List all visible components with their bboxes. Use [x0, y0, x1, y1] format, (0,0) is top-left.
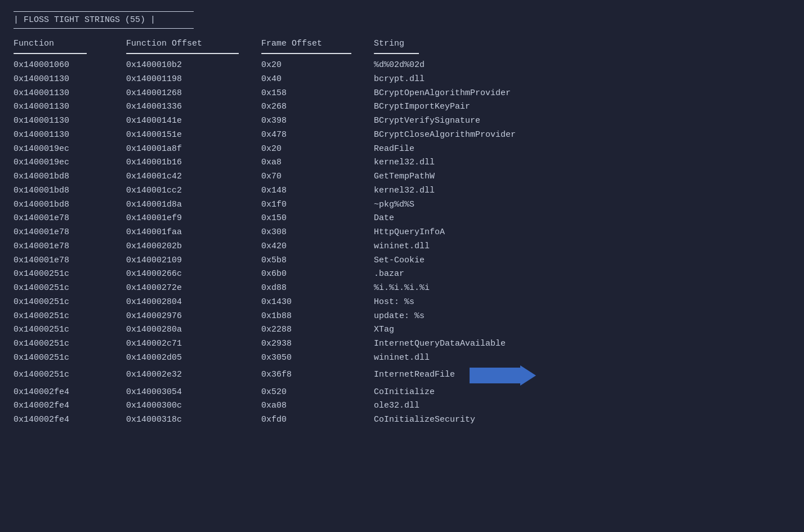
string-value: %i.%i.%i.%i	[374, 281, 430, 296]
cell-function-offset: 0x140001336	[126, 100, 261, 114]
table-row: 0x140001bd80x140001c420x70GetTempPathW	[14, 170, 790, 184]
cell-function: 0x14000251c	[14, 368, 126, 382]
title-divider-bottom	[14, 28, 194, 29]
col-header-string: String	[374, 39, 790, 51]
cell-frame-offset: 0x398	[261, 114, 374, 128]
cell-string: Date	[374, 212, 790, 226]
string-value: ReadFile	[374, 142, 414, 157]
table-row: 0x140002fe40x1400030540x520CoInitialize	[14, 386, 790, 400]
cell-string: GetTempPathW	[374, 170, 790, 184]
cell-frame-offset: 0xfd0	[261, 413, 374, 427]
cell-string: Set-Cookie	[374, 254, 790, 268]
cell-function: 0x14000251c	[14, 323, 126, 337]
table-row: 0x14000251c0x140002e320x36f8InternetRead…	[14, 365, 790, 386]
cell-function: 0x140001e78	[14, 254, 126, 268]
string-value: Set-Cookie	[374, 254, 425, 268]
cell-function-offset: 0x140002109	[126, 254, 261, 268]
cell-function: 0x140001e78	[14, 226, 126, 240]
table-row: 0x140001e780x140001faa0x308HttpQueryInfo…	[14, 226, 790, 240]
cell-function: 0x140001bd8	[14, 184, 126, 198]
table-row: 0x140001bd80x140001cc20x148kernel32.dll	[14, 184, 790, 198]
arrow-body	[470, 368, 520, 383]
string-value: BCryptVerifySignature	[374, 114, 480, 128]
cell-function-offset: 0x14000151e	[126, 128, 261, 142]
cell-function-offset: 0x140003054	[126, 386, 261, 400]
cell-frame-offset: 0xa8	[261, 156, 374, 170]
table-header: Function Function Offset Frame Offset St…	[14, 39, 790, 51]
string-value: CoInitialize	[374, 386, 435, 400]
cell-frame-offset: 0x158	[261, 87, 374, 101]
cell-function: 0x140001e78	[14, 212, 126, 226]
cell-string: XTag	[374, 323, 790, 337]
string-value: bcrypt.dll	[374, 73, 425, 87]
cell-frame-offset: 0xa08	[261, 399, 374, 413]
cell-frame-offset: 0x148	[261, 184, 374, 198]
cell-function: 0x140001130	[14, 73, 126, 87]
string-value: BCryptImportKeyPair	[374, 100, 470, 114]
cell-frame-offset: 0x1f0	[261, 198, 374, 212]
table-row: 0x14000251c0x14000272e0xd88%i.%i.%i.%i	[14, 281, 790, 296]
string-value: Host: %s	[374, 296, 414, 310]
cell-frame-offset: 0xd88	[261, 281, 374, 296]
cell-function-offset: 0x140002e32	[126, 368, 261, 382]
cell-frame-offset: 0x2288	[261, 323, 374, 337]
cell-function-offset: 0x14000280a	[126, 323, 261, 337]
cell-frame-offset: 0x70	[261, 170, 374, 184]
cell-frame-offset: 0x2938	[261, 337, 374, 351]
cell-function: 0x140002fe4	[14, 413, 126, 427]
arrow-annotation	[470, 365, 536, 386]
cell-string: HttpQueryInfoA	[374, 226, 790, 240]
cell-function: 0x140002fe4	[14, 399, 126, 413]
string-value: BCryptCloseAlgorithmProvider	[374, 128, 516, 142]
cell-function-offset: 0x1400010b2	[126, 59, 261, 73]
string-value: ~pkg%d%S	[374, 198, 414, 212]
cell-function: 0x14000251c	[14, 281, 126, 296]
cell-string: ~pkg%d%S	[374, 198, 790, 212]
cell-function: 0x1400019ec	[14, 142, 126, 157]
string-value: .bazar	[374, 267, 404, 281]
table-body: 0x1400010600x1400010b20x20%d%02d%02d0x14…	[14, 59, 790, 427]
table-row: 0x14000251c0x14000280a0x2288XTag	[14, 323, 790, 337]
cell-function-offset: 0x14000300c	[126, 399, 261, 413]
string-value: ole32.dll	[374, 399, 419, 413]
col-header-frame-offset: Frame Offset	[261, 39, 374, 51]
table-row: 0x14000251c0x1400028040x1430Host: %s	[14, 296, 790, 310]
cell-function: 0x140001130	[14, 128, 126, 142]
string-value: kernel32.dll	[374, 184, 435, 198]
cell-function: 0x140002fe4	[14, 386, 126, 400]
cell-function: 0x14000251c	[14, 296, 126, 310]
arrow-head-icon	[520, 365, 536, 386]
divider-frame-offset	[261, 53, 351, 54]
table-row: 0x14000251c0x1400029760x1b88update: %s	[14, 310, 790, 324]
cell-string: kernel32.dll	[374, 184, 790, 198]
cell-string: wininet.dll	[374, 240, 790, 254]
cell-function-offset: 0x140001a8f	[126, 142, 261, 157]
string-value: InternetReadFile	[374, 368, 455, 382]
cell-function: 0x1400019ec	[14, 156, 126, 170]
cell-frame-offset: 0x520	[261, 386, 374, 400]
string-value: update: %s	[374, 310, 425, 324]
title-label: | FLOSS TIGHT STRINGS (55) |	[14, 15, 790, 25]
cell-function-offset: 0x140001198	[126, 73, 261, 87]
table-row: 0x140002fe40x14000318c0xfd0CoInitializeS…	[14, 413, 790, 427]
string-value: wininet.dll	[374, 351, 430, 365]
string-value: kernel32.dll	[374, 156, 435, 170]
string-value: Date	[374, 212, 394, 226]
cell-function: 0x140001130	[14, 100, 126, 114]
table-row: 0x1400019ec0x140001b160xa8kernel32.dll	[14, 156, 790, 170]
cell-function-offset: 0x140001c42	[126, 170, 261, 184]
cell-frame-offset: 0x20	[261, 59, 374, 73]
cell-string: kernel32.dll	[374, 156, 790, 170]
cell-function: 0x140001130	[14, 87, 126, 101]
cell-function-offset: 0x140001cc2	[126, 184, 261, 198]
cell-string: BCryptVerifySignature	[374, 114, 790, 128]
table-row: 0x140001bd80x140001d8a0x1f0~pkg%d%S	[14, 198, 790, 212]
table-row: 0x14000251c0x140002d050x3050wininet.dll	[14, 351, 790, 365]
table-row: 0x1400011300x14000141e0x398BCryptVerifyS…	[14, 114, 790, 128]
table-row: 0x14000251c0x14000266c0x6b0.bazar	[14, 267, 790, 281]
cell-function: 0x14000251c	[14, 267, 126, 281]
cell-string: bcrypt.dll	[374, 73, 790, 87]
cell-frame-offset: 0x478	[261, 128, 374, 142]
cell-function-offset: 0x14000141e	[126, 114, 261, 128]
cell-function: 0x140001bd8	[14, 170, 126, 184]
